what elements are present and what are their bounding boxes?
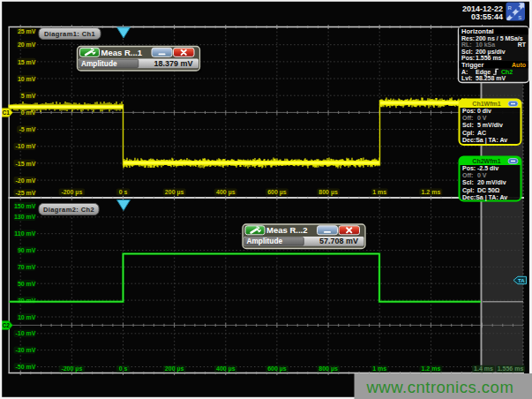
svg-text:1.556 ms: 1.556 ms [498,365,524,372]
svg-text:800 µs: 800 µs [318,365,338,373]
svg-text:5 mV/div: 5 mV/div [477,122,503,128]
svg-text:5 mV: 5 mV [21,93,36,99]
svg-text:1.2 ms: 1.2 ms [422,365,441,372]
svg-text:C2: C2 [3,322,11,328]
svg-text:Scl:: Scl: [462,122,474,128]
svg-text:10 mV: 10 mV [18,314,36,320]
svg-text:90 mV: 90 mV [18,247,36,253]
svg-text:70 mV: 70 mV [18,264,36,270]
svg-text:15 mV: 15 mV [18,59,36,65]
svg-text:Off:: Off: [462,172,473,178]
svg-text:600 µs: 600 µs [267,189,287,196]
svg-text:58.258 mV: 58.258 mV [476,75,506,81]
svg-text:110 mV: 110 mV [14,230,35,237]
svg-text:Ch2Wfm1: Ch2Wfm1 [472,158,500,164]
svg-text:Pos:: Pos: [462,165,476,171]
svg-text:-15 mV: -15 mV [16,161,36,167]
svg-text:-20 mV: -20 mV [16,177,36,184]
svg-text:200 µs: 200 µs [165,365,184,373]
svg-text:Diagram2: Ch2: Diagram2: Ch2 [43,206,94,214]
svg-text:0 s: 0 s [119,365,128,372]
svg-text:10 mV: 10 mV [18,76,36,82]
svg-text:0 V: 0 V [477,172,487,178]
svg-text:-2.5 div: -2.5 div [477,165,498,171]
svg-text:Meas R...1: Meas R...1 [101,48,143,57]
svg-text:RT: RT [518,41,527,48]
svg-text:-10 mV: -10 mV [16,330,36,336]
svg-text:25 mV: 25 mV [18,28,36,34]
svg-text:Scl:: Scl: [462,179,474,185]
svg-text:Meas R...2: Meas R...2 [266,225,307,235]
svg-text:0 V: 0 V [477,115,487,121]
svg-text:TA: TA [518,278,525,283]
svg-text:Diagram1: Ch1: Diagram1: Ch1 [44,30,95,38]
svg-text:R: R [508,5,513,11]
svg-text:C1: C1 [3,109,11,116]
svg-text:400 µs: 400 µs [216,365,236,373]
svg-text:18.379 mV: 18.379 mV [154,59,192,68]
svg-text:-200 µs: -200 µs [61,365,82,373]
svg-text:Cpl:: Cpl: [462,130,475,137]
svg-text:200 ns / 5 MSa/s: 200 ns / 5 MSa/s [476,35,523,41]
svg-text:Auto: Auto [512,62,526,68]
svg-text:2014-12-22: 2014-12-22 [462,4,503,13]
svg-text:Amplitude: Amplitude [247,237,283,245]
svg-text:Ch2: Ch2 [501,69,513,75]
svg-text:03:55:44: 03:55:44 [471,12,503,21]
svg-text:50 mV: 50 mV [18,281,36,287]
svg-text:Scl:: Scl: [461,49,473,55]
svg-text:150 mV: 150 mV [14,203,36,209]
svg-text:Amplitude: Amplitude [81,59,117,68]
svg-text:1 ms: 1 ms [372,365,386,372]
svg-text:-10 mV: -10 mV [16,143,36,149]
svg-text:0 s: 0 s [119,189,128,195]
svg-text:400 µs: 400 µs [216,189,236,196]
svg-text:-5 mV: -5 mV [19,126,35,132]
svg-text:Dec:Sa | TA: Av: Dec:Sa | TA: Av [462,137,507,144]
svg-text:-50 mV: -50 mV [16,364,36,370]
svg-text:1.2 ms: 1.2 ms [422,189,441,195]
svg-text:Dec:Sa | TA: Av: Dec:Sa | TA: Av [462,194,507,201]
svg-text:57.708 mV: 57.708 mV [319,237,358,245]
svg-text:600 µs: 600 µs [267,365,287,373]
svg-text:-200 µs: -200 µs [61,189,82,196]
svg-text:S: S [518,15,521,20]
svg-text:Trigger: Trigger [461,61,484,69]
svg-text:20 mV/div: 20 mV/div [477,179,506,185]
svg-text:1 ms: 1 ms [372,189,386,195]
svg-text:200 µs: 200 µs [165,189,184,196]
svg-text:DC 50Ω: DC 50Ω [477,187,500,193]
svg-text:Lvl:: Lvl: [461,75,472,81]
svg-text:800 µs: 800 µs [318,189,338,196]
svg-text:0 div: 0 div [477,108,491,114]
svg-text:10 kSa: 10 kSa [476,41,495,48]
svg-text:-30 mV: -30 mV [16,347,36,353]
svg-text:RL:: RL: [461,41,472,48]
svg-text:AC: AC [477,130,486,136]
svg-text:Horizontal: Horizontal [461,27,494,35]
svg-text:Ch1Wfm1: Ch1Wfm1 [472,101,500,107]
svg-text:1.4 ms: 1.4 ms [474,365,493,372]
svg-text:www.cntronics.com: www.cntronics.com [366,378,514,396]
svg-text:Pos:: Pos: [462,108,476,114]
svg-text:Cpl:: Cpl: [462,187,475,194]
svg-text:20 mV: 20 mV [18,41,36,48]
svg-text:130 mV: 130 mV [14,214,36,220]
svg-text:Res:: Res: [461,35,475,41]
svg-text:Off:: Off: [462,115,473,121]
svg-text:-25 mV: -25 mV [16,190,36,196]
svg-text:A:: A: [461,69,468,75]
